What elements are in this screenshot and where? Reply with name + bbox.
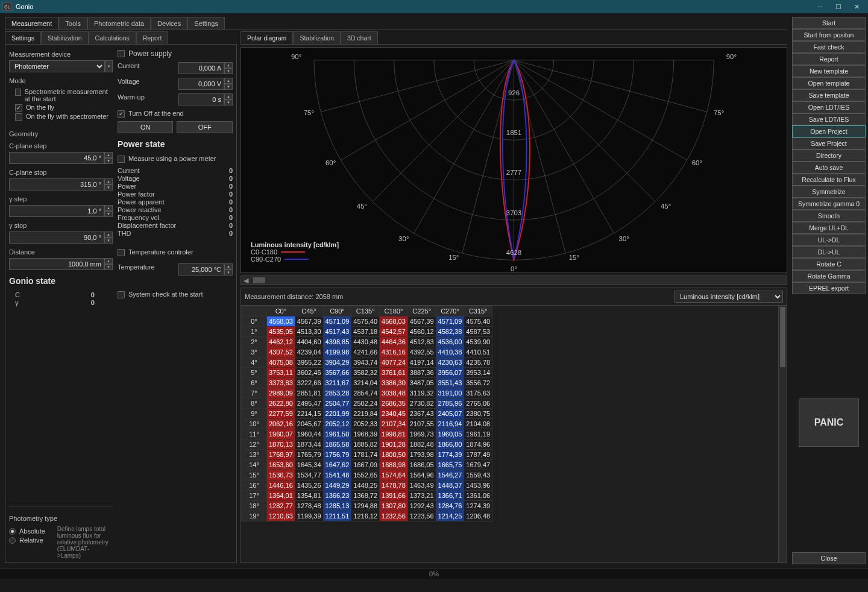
- spin-down[interactable]: ▼: [224, 269, 233, 276]
- table-cell[interactable]: 3386,30: [380, 378, 408, 388]
- side-save-ldt-ies[interactable]: Save LDT/IES: [792, 113, 866, 125]
- table-cell[interactable]: 2622,80: [267, 398, 295, 409]
- table-cell[interactable]: 4392,55: [407, 347, 436, 357]
- table-cell[interactable]: 1960,07: [267, 429, 295, 439]
- side-open-template[interactable]: Open template: [792, 77, 866, 89]
- table-cell[interactable]: 4235,78: [464, 357, 492, 368]
- table-cell[interactable]: 4567,39: [295, 316, 323, 327]
- table-cell[interactable]: 2853,28: [323, 388, 351, 398]
- side-symmetrize-gamma-0[interactable]: Symmetrize gamma 0: [792, 198, 866, 210]
- table-cell[interactable]: 1645,34: [295, 460, 323, 470]
- table-cell[interactable]: 2405,07: [436, 409, 464, 419]
- table-cell[interactable]: 4241,66: [351, 347, 380, 357]
- table-cell[interactable]: 1463,49: [407, 480, 436, 491]
- table-cell[interactable]: 3761,61: [380, 368, 408, 378]
- table-cell[interactable]: 1368,72: [351, 491, 380, 501]
- spin-up[interactable]: ▲: [224, 263, 233, 269]
- table-cell[interactable]: 1232,56: [380, 511, 408, 521]
- tab-settings[interactable]: Settings: [187, 17, 225, 30]
- table-cell[interactable]: 4410,51: [464, 347, 492, 357]
- table-cell[interactable]: 4560,12: [407, 327, 436, 337]
- table-cell[interactable]: 1961,19: [464, 429, 492, 439]
- table-vscroll[interactable]: [778, 306, 787, 562]
- side-merge-ul-dl[interactable]: Merge UL+DL: [792, 222, 866, 234]
- table-cell[interactable]: 4398,85: [323, 337, 351, 347]
- power-supply-check[interactable]: Power supply: [118, 49, 233, 58]
- tab-photometric-data[interactable]: Photometric data: [87, 17, 151, 30]
- syscheck-check[interactable]: System check at the start: [118, 291, 233, 298]
- relative-radio[interactable]: Relative: [9, 537, 45, 544]
- spin-down[interactable]: ▼: [104, 264, 113, 270]
- table-cell[interactable]: 1960,05: [436, 429, 464, 439]
- table-cell[interactable]: 2367,43: [407, 409, 436, 419]
- chart-scrollbar[interactable]: ◀: [241, 276, 787, 285]
- table-cell[interactable]: 4239,04: [295, 347, 323, 357]
- maximize-button[interactable]: ☐: [829, 1, 848, 13]
- table-cell[interactable]: 1968,39: [351, 429, 380, 439]
- table-cell[interactable]: 3567,66: [323, 368, 351, 378]
- gstep-input[interactable]: [9, 205, 104, 217]
- table-cell[interactable]: 4513,30: [295, 327, 323, 337]
- table-cell[interactable]: 1679,47: [464, 460, 492, 470]
- table-cell[interactable]: 1274,39: [464, 501, 492, 511]
- table-cell[interactable]: 4430,48: [351, 337, 380, 347]
- spin-down[interactable]: ▼: [104, 158, 113, 164]
- table-cell[interactable]: 1284,76: [436, 501, 464, 511]
- tab-measurement[interactable]: Measurement: [5, 17, 58, 30]
- side-symmetrize[interactable]: Symmetrize: [792, 186, 866, 198]
- table-cell[interactable]: 1647,62: [323, 460, 351, 470]
- ps-current-input[interactable]: [178, 62, 224, 74]
- table-cell[interactable]: 3556,72: [464, 378, 492, 388]
- absolute-radio[interactable]: Absolute: [9, 527, 45, 535]
- table-cell[interactable]: 1435,26: [295, 480, 323, 491]
- table-cell[interactable]: 1199,39: [295, 511, 323, 521]
- table-cell[interactable]: 4582,38: [436, 327, 464, 337]
- table-cell[interactable]: 1865,58: [323, 439, 351, 450]
- table-cell[interactable]: 3211,67: [323, 378, 351, 388]
- table-cell[interactable]: 1478,78: [380, 480, 408, 491]
- table-cell[interactable]: 4462,12: [267, 337, 295, 347]
- table-cell[interactable]: 3887,36: [407, 368, 436, 378]
- table-cell[interactable]: 1665,75: [436, 460, 464, 470]
- mode-onfly-check[interactable]: ✓On the fly: [15, 104, 113, 112]
- table-cell[interactable]: 2062,16: [267, 419, 295, 429]
- table-cell[interactable]: 2201,99: [323, 409, 351, 419]
- table-cell[interactable]: 2854,74: [351, 388, 380, 398]
- tab-devices[interactable]: Devices: [151, 17, 187, 30]
- side-rotate-gamma[interactable]: Rotate Gamma: [792, 270, 866, 282]
- table-cell[interactable]: 4075,08: [267, 357, 295, 368]
- panic-button[interactable]: PANIC: [799, 398, 859, 447]
- table-cell[interactable]: 4575,40: [464, 316, 492, 327]
- table-cell[interactable]: 3753,11: [267, 368, 295, 378]
- side-start[interactable]: Start: [792, 17, 866, 29]
- table-cell[interactable]: 2765,06: [464, 398, 492, 409]
- charttab-3d-chart[interactable]: 3D chart: [341, 31, 378, 44]
- side-save-template[interactable]: Save template: [792, 89, 866, 101]
- subtab-calculations[interactable]: Calculations: [89, 31, 136, 44]
- table-cell[interactable]: 4517,43: [323, 327, 351, 337]
- table-cell[interactable]: 1686,05: [407, 460, 436, 470]
- table-cell[interactable]: 4230,63: [436, 357, 464, 368]
- mode-onfly-spec-check[interactable]: On the fly with spectrometer: [15, 113, 113, 121]
- table-cell[interactable]: 1688,98: [380, 460, 408, 470]
- table-cell[interactable]: 1453,96: [464, 480, 492, 491]
- table-cell[interactable]: 4587,53: [464, 327, 492, 337]
- table-cell[interactable]: 1800,50: [380, 450, 408, 460]
- table-cell[interactable]: 1885,82: [351, 439, 380, 450]
- table-cell[interactable]: 3956,07: [436, 368, 464, 378]
- table-cell[interactable]: 4568,03: [380, 316, 408, 327]
- table-cell[interactable]: 2380,75: [464, 409, 492, 419]
- table-cell[interactable]: 4542,57: [380, 327, 408, 337]
- table-cell[interactable]: 3373,83: [267, 378, 295, 388]
- side-dl-ul[interactable]: DL->UL: [792, 246, 866, 258]
- spin-down[interactable]: ▼: [224, 84, 233, 90]
- table-cell[interactable]: 3602,46: [295, 368, 323, 378]
- table-cell[interactable]: 2495,47: [295, 398, 323, 409]
- side-ul-dl[interactable]: UL->DL: [792, 234, 866, 246]
- table-cell[interactable]: 1998,81: [380, 429, 408, 439]
- table-cell[interactable]: 1223,56: [407, 511, 436, 521]
- table-cell[interactable]: 1882,48: [407, 439, 436, 450]
- table-cell[interactable]: 1774,39: [436, 450, 464, 460]
- table-cell[interactable]: 2277,59: [267, 409, 295, 419]
- table-cell[interactable]: 3953,14: [464, 368, 492, 378]
